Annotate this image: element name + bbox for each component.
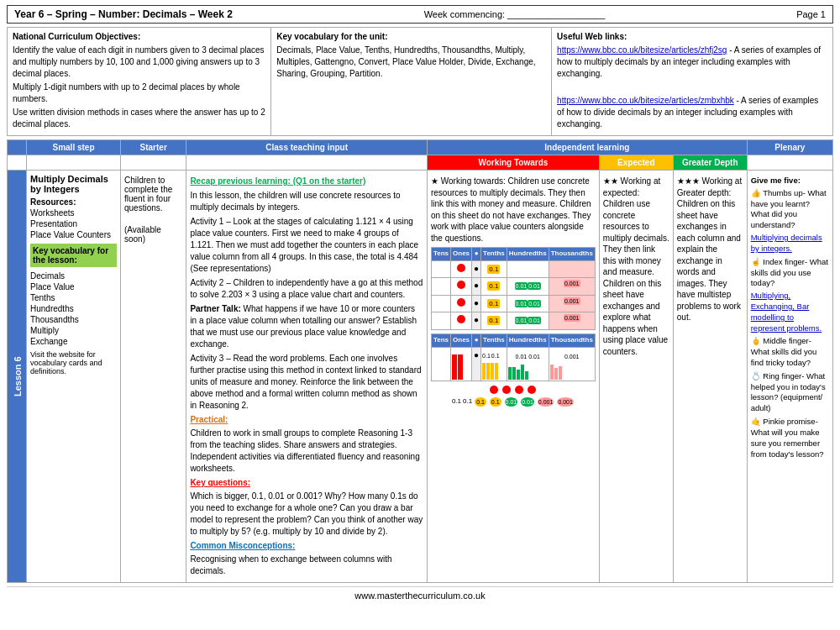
vocab-decimals: Decimals <box>30 271 117 281</box>
pv2-dot: ● <box>472 333 481 347</box>
pv-row-3: ● 0.1 0.010.01 0.001 <box>431 295 595 312</box>
pv2-hundredths: Hundredths <box>507 333 549 347</box>
starter-text: Children to complete the fluent in four … <box>124 176 182 213</box>
expected-cell: ★★ Working at expected: Children use con… <box>599 171 673 583</box>
counters-display <box>431 385 596 395</box>
sub-headers-row: Working Towards Expected Greater Depth <box>8 155 833 171</box>
counter <box>457 315 465 323</box>
blank-sub-1 <box>8 155 27 171</box>
pv2-tenths: Tenths <box>481 333 507 347</box>
counter-red <box>490 386 498 394</box>
greater-depth-content: ★★★ Working at Greater depth: Children o… <box>677 176 743 323</box>
pv2-bar-row: ● 0.10.1 <box>431 347 595 381</box>
page-container: Year 6 – Spring – Number: Decimals – Wee… <box>0 0 840 609</box>
plenary-middle: 🖕 Middle finger- What skills did you fin… <box>751 336 829 368</box>
resource-1: Worksheets <box>30 208 117 218</box>
resources-label: Resources: <box>30 197 76 207</box>
header-week: Week commencing: ___________________ <box>424 9 606 19</box>
footer-website: www.masterthecurriculum.co.uk <box>354 591 485 601</box>
vocab-heading: Key vocabulary for the unit: <box>276 31 546 43</box>
plenary-header: Plenary <box>747 140 832 155</box>
plenary-pinkie: 🤙 Pinkie promise- What will you make sur… <box>751 417 829 459</box>
key-questions-text: Which is bigger, 0.1, 0.01 or 0.001? Why… <box>190 491 423 538</box>
counter-red-2 <box>502 386 511 394</box>
greater-depth-header: Greater Depth <box>673 155 747 171</box>
greater-depth-cell: ★★★ Working at Greater depth: Children o… <box>673 171 747 583</box>
plenary-skills-link[interactable]: Multiplying, Exchanging, Bar modelling t… <box>751 291 829 333</box>
plenary-ring: 💍 Ring finger- What helped you in today'… <box>751 371 829 414</box>
plenary-thumbs: 👍 Thumbs up- What have you learnt? What … <box>751 188 829 231</box>
resource-2: Presentation <box>30 219 117 228</box>
vocab-text: Decimals, Place Value, Tenths, Hundredth… <box>276 45 546 80</box>
pv-row-2: ● 0.1 0.010.01 0.001 <box>431 278 595 296</box>
counter <box>457 264 465 272</box>
counter <box>457 298 465 307</box>
web-links-heading: Useful Web links: <box>557 31 827 43</box>
web-link-2[interactable]: https://www.bbc.co.uk/bitesize/articles/… <box>557 95 827 130</box>
web-link-1[interactable]: https://www.bbc.co.uk/bitesize/articles/… <box>557 45 827 80</box>
small-step-cell: Multiply Decimals by Integers Resources:… <box>27 171 121 583</box>
web-links-section: Useful Web links: https://www.bbc.co.uk/… <box>552 28 832 135</box>
lesson-label: Lesson 6 <box>8 171 27 583</box>
page-header: Year 6 – Spring – Number: Decimals – Wee… <box>7 5 833 24</box>
vocab-list: Decimals Place Value Tenths Hundredths T… <box>30 271 117 346</box>
curriculum-line-3: Use written division methods in cases wh… <box>13 107 265 130</box>
key-vocabulary-section: Key vocabulary for the unit: Decimals, P… <box>271 28 552 135</box>
class-teaching-cell: Recap previous learning: (Q1 on the star… <box>186 171 428 583</box>
key-questions-label: Key questions: <box>190 477 423 489</box>
header-page: Page 1 <box>796 9 826 19</box>
diagram-top: Tens Ones ● Tenths Hundredths Thousandth… <box>431 247 596 407</box>
working-towards-header: Working Towards <box>427 155 599 171</box>
small-step-title: Multiply Decimals by Integers <box>30 174 117 194</box>
vocab-exchange: Exchange <box>30 337 117 346</box>
lesson-col-header <box>8 140 27 155</box>
blank-sub-4 <box>186 155 428 171</box>
curriculum-objectives: National Curriculum Objectives: Identify… <box>8 28 271 135</box>
blank-sub-3 <box>121 155 186 171</box>
independent-learning-header: Independent learning <box>427 140 747 155</box>
practical-text: Children to work in small groups to comp… <box>190 428 423 475</box>
pv-dot: ● <box>472 248 481 261</box>
plenary-index: ☝ Index finger- What skills did you use … <box>751 257 829 289</box>
main-table: Small step Starter Class teaching input … <box>7 139 833 583</box>
misconceptions-text: Recognising when to exchange between col… <box>190 554 423 577</box>
plenary-cell: Give me five: 👍 Thumbs up- What have you… <box>747 171 832 583</box>
resource-3: Place Value Counters <box>30 230 117 239</box>
vocab-thousandths: Thousandths <box>30 315 117 324</box>
pv2-ones: Ones <box>451 333 472 347</box>
header-title: Year 6 – Spring – Number: Decimals – Wee… <box>14 8 233 20</box>
column-headers-row: Small step Starter Class teaching input … <box>8 140 833 155</box>
starter-cell: Children to complete the fluent in four … <box>121 171 186 583</box>
curriculum-heading: National Curriculum Objectives: <box>13 31 265 43</box>
activity3: Activity 3 – Read the word problems. Eac… <box>190 353 423 412</box>
footer: www.masterthecurriculum.co.uk <box>7 586 833 604</box>
counter-red-3 <box>515 386 523 394</box>
resources-section: Resources: Worksheets Presentation Place… <box>30 197 117 239</box>
counter-red-4 <box>528 386 536 394</box>
expected-header: Expected <box>599 155 673 171</box>
main-content-row: Lesson 6 Multiply Decimals by Integers R… <box>8 171 833 583</box>
plenary-give-five: Give me five: <box>751 176 829 186</box>
pv-tens: Tens <box>431 248 450 261</box>
pv2-thousandths: Thousandths <box>549 333 595 347</box>
pv-thousandths: Thousandths <box>549 248 595 261</box>
plenary-multiplying-link[interactable]: Multiplying decimals by integers. <box>751 233 829 255</box>
practical-label: Practical: <box>190 414 423 426</box>
pv-tenths: Tenths <box>481 248 507 261</box>
curriculum-line-1: Identify the value of each digit in numb… <box>13 45 265 80</box>
place-value-table-1: Tens Ones ● Tenths Hundredths Thousandth… <box>431 247 596 330</box>
working-towards-cell: ★ Working towards: Children use concrete… <box>427 171 599 583</box>
starter-header: Starter <box>121 140 186 155</box>
intro-text: In this lesson, the children will use co… <box>190 190 423 213</box>
pv-row-4: ● 0.1 0.010.01 0.001 <box>431 312 595 330</box>
blank-sub-5 <box>747 155 832 171</box>
place-value-table-2: Tens Ones ● Tenths Hundredths Thousandth… <box>431 333 596 381</box>
key-vocab-label: Key vocabulary for the lesson: <box>33 246 108 265</box>
vocab-hundredths: Hundredths <box>30 304 117 313</box>
vocab-place-value: Place Value <box>30 282 117 291</box>
pv-row-1: ● 0.1 <box>431 260 595 278</box>
activity2: Activity 2 – Children to independently h… <box>190 277 423 301</box>
curriculum-line-2: Multiply 1-digit numbers with up to 2 de… <box>13 81 265 105</box>
small-counters-display: 0.10.1 0.1 0.1 0.01 0.01 0.001 0.001 <box>431 396 596 407</box>
activity1: Activity 1 – Look at the stages of calcu… <box>190 216 423 275</box>
